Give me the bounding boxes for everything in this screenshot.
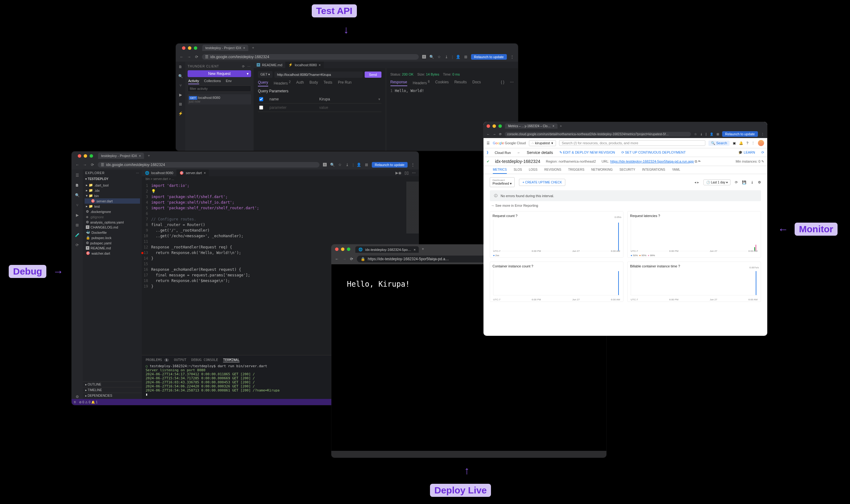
extensions-icon[interactable]: ⊞ — [75, 223, 79, 227]
browser-tab[interactable]: 🌐 idx-testdeploy-1682324-5po… × — [355, 246, 419, 253]
cloud-run-icon[interactable]: ⟫ — [487, 150, 488, 155]
refresh-icon[interactable]: ⟳ — [75, 243, 79, 247]
param-value-placeholder[interactable]: value — [319, 105, 328, 110]
panel-deps[interactable]: ▸ DEPENDENCIES — [83, 393, 142, 398]
project-name[interactable]: ▾ TESTDEPLOY — [83, 177, 142, 181]
refresh-icon[interactable]: ⟳ — [735, 180, 738, 184]
lock-icon[interactable]: 🔒 — [361, 257, 365, 261]
braces-icon[interactable]: { } — [501, 80, 504, 86]
folder-idx[interactable]: ▸ 📁 .idx — [85, 188, 140, 193]
edit-deploy-button[interactable]: ✎ EDIT & DEPLOY NEW REVISION — [559, 150, 615, 155]
search-button[interactable]: 🔍 Search — [708, 141, 730, 146]
resp-tab-docs[interactable]: Docs — [472, 80, 481, 86]
new-tab-button[interactable]: + — [419, 247, 427, 251]
activity-item[interactable]: GET localhost:8080 just now — [188, 94, 251, 105]
refresh-icon[interactable]: ⟳ — [761, 150, 764, 155]
resp-tab-cookies[interactable]: Cookies — [435, 80, 449, 86]
search-icon[interactable]: 🔍 — [178, 74, 183, 78]
new-tab-button[interactable]: + — [249, 46, 257, 50]
tab-networking[interactable]: NETWORKING — [591, 166, 613, 174]
req-tab-prerun[interactable]: Pre Run — [338, 80, 351, 87]
file-dockerfile[interactable]: 🐳 Dockerfile — [85, 230, 140, 235]
dashboard-select[interactable]: Dashboard Predefined ▾ — [490, 177, 515, 187]
relaunch-button[interactable]: Relaunch to update — [471, 54, 507, 60]
tab-env[interactable]: Env — [226, 79, 232, 84]
param-checkbox[interactable] — [259, 97, 263, 101]
search-icon[interactable]: 🔍 — [75, 193, 80, 197]
product-name[interactable]: Cloud Run — [495, 151, 511, 155]
folder-bin[interactable]: ▾ 📁 bin — [85, 193, 140, 198]
chart-latencies[interactable]: Request latencies ? UTC-76:00 PMJun 276:… — [627, 211, 761, 258]
status-errors[interactable]: ⊘ 0 ⚠ 0 🔔 1 — [79, 400, 98, 404]
method-select[interactable]: GET ▾ — [258, 71, 273, 78]
extensions-icon[interactable]: ⊞ — [716, 132, 719, 136]
file-changelog[interactable]: 🅼 CHANGELOG.md — [85, 225, 140, 230]
editor-tab-request[interactable]: ⚡ localhost:8080 × — [285, 61, 324, 68]
relaunch-button[interactable]: Relaunch to update — [722, 131, 758, 137]
file-readme[interactable]: 🅼 README.md — [85, 246, 140, 251]
extensions-sidebar-icon[interactable]: ⊞ — [178, 102, 183, 106]
close-icon[interactable]: × — [204, 171, 206, 175]
forward-icon[interactable]: → — [343, 257, 346, 261]
service-url[interactable]: https://idx-testdeploy-1682324-5por5faiq… — [610, 160, 694, 163]
project-selector[interactable]: ∴kirupatest ▾ — [529, 140, 556, 146]
open-icon[interactable]: ☁ — [698, 160, 701, 163]
file-dockerignore[interactable]: ⚙ .dockerignore — [85, 209, 140, 214]
send-button[interactable]: Send — [365, 72, 381, 78]
forward-icon[interactable]: → — [83, 163, 87, 167]
close-icon[interactable]: × — [553, 124, 554, 128]
help-icon[interactable]: ? — [658, 214, 660, 218]
param-checkbox[interactable] — [259, 105, 263, 110]
tab-problems[interactable]: PROBLEMS 1 — [145, 358, 169, 362]
site-info-icon[interactable]: ☰ — [101, 163, 104, 167]
file-pubspec-lock[interactable]: 🔒 pubspec.lock — [85, 235, 140, 240]
help-icon[interactable]: ? — [516, 214, 517, 218]
files-icon[interactable]: 🗎 — [178, 65, 183, 69]
close-icon[interactable]: × — [139, 154, 141, 158]
tab-triggers[interactable]: TRIGGERS — [568, 166, 584, 174]
see-more-link[interactable]: → See more in Error Reporting — [490, 201, 761, 210]
back-icon[interactable]: ← — [335, 257, 339, 261]
resp-tab-results[interactable]: Results — [454, 80, 467, 86]
help-icon[interactable]: ? — [678, 264, 680, 268]
file-watcher[interactable]: 🎯 watcher.dart — [85, 251, 140, 256]
tab-integrations[interactable]: INTEGRATIONS — [642, 166, 665, 174]
close-icon[interactable]: × — [414, 248, 415, 252]
split-icon[interactable]: ▯▯ — [404, 171, 409, 175]
tab-security[interactable]: SECURITY — [620, 166, 635, 174]
tab-yaml[interactable]: YAML — [672, 166, 680, 174]
address-bar[interactable]: ☰ idx.google.com/testdeploy-1682324 — [98, 162, 319, 167]
extensions-icon[interactable]: ⊞ — [364, 163, 369, 167]
git-icon[interactable]: ⑂ — [178, 83, 183, 88]
menu-icon[interactable]: ⋮ — [510, 55, 514, 59]
browser-tab[interactable]: testdeploy - Project IDX × — [202, 45, 248, 51]
debug-sidebar-icon[interactable]: ▶ — [178, 93, 183, 97]
req-tab-query[interactable]: Query — [258, 80, 268, 87]
panel-outline[interactable]: ▸ OUTLINE — [83, 381, 142, 387]
menu-icon[interactable]: ☰ — [75, 173, 79, 178]
timerange-nav[interactable]: ◂ ▸ — [694, 180, 699, 184]
tab-logs[interactable]: LOGS — [529, 166, 538, 174]
thunder-icon[interactable]: ⚡ — [178, 111, 183, 116]
req-tab-headers[interactable]: Headers 2 — [274, 80, 291, 87]
beaker-icon[interactable]: 🧪 — [75, 233, 80, 237]
more-icon[interactable]: ⋯ — [136, 171, 139, 175]
timerange-select[interactable]: 🕐 Last 1 day ▾ — [704, 179, 730, 185]
param-key[interactable]: name — [270, 97, 313, 101]
back-arrow-icon[interactable]: ← — [517, 151, 521, 155]
help-icon[interactable]: ? — [532, 264, 533, 268]
file-analysis-options[interactable]: ⚙ analysis_options.yaml — [85, 219, 140, 225]
avatar[interactable] — [758, 140, 764, 146]
back-icon[interactable]: ← — [487, 132, 490, 136]
new-tab-button[interactable]: + — [557, 124, 565, 128]
close-icon[interactable]: × — [318, 63, 320, 67]
close-icon[interactable]: × — [243, 46, 245, 50]
zoom-icon[interactable]: 🔍 — [330, 163, 334, 167]
browser-tab[interactable]: Metrics – …y-1682324 – Clo… × — [505, 123, 557, 129]
relaunch-button[interactable]: Relaunch to update — [372, 162, 407, 167]
tab-collections[interactable]: Collections — [204, 79, 221, 84]
bookmark-icon[interactable]: ☆ — [694, 132, 697, 136]
tab-metrics[interactable]: METRICS — [493, 166, 507, 174]
settings-icon[interactable]: ⚙ — [75, 395, 79, 399]
resp-tab-headers[interactable]: Headers 8 — [413, 80, 430, 86]
